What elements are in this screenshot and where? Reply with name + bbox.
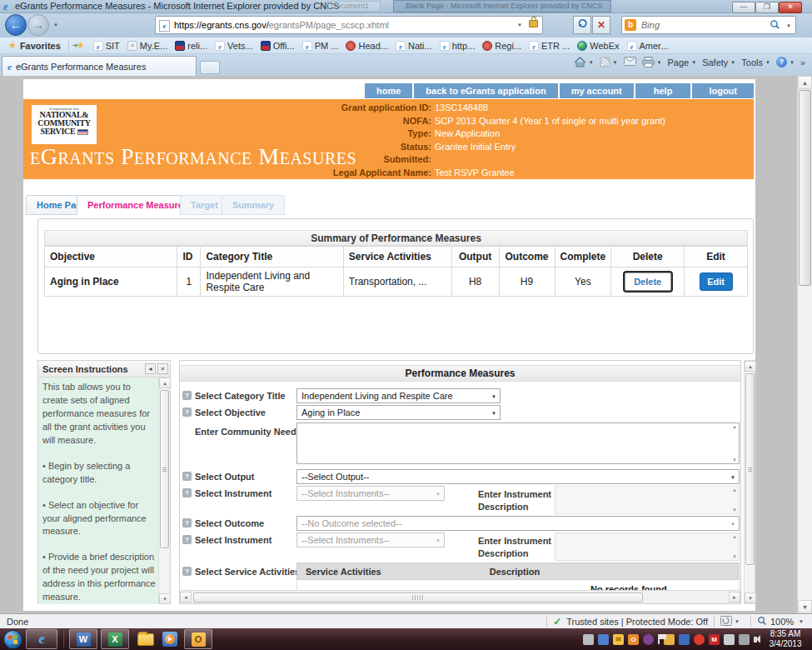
close-panel-icon[interactable]: ✕ bbox=[157, 363, 168, 374]
help-menu[interactable]: ?▼ bbox=[776, 57, 795, 68]
help-tooltip-icon[interactable]: ? bbox=[182, 535, 192, 544]
output-select[interactable]: --Select Output--▼ bbox=[296, 469, 740, 484]
edit-button[interactable]: Edit bbox=[700, 272, 733, 291]
instructions-scrollbar[interactable]: ▲ ▼ bbox=[158, 378, 170, 604]
scroll-down-icon[interactable]: ▼ bbox=[798, 600, 812, 613]
scroll-down-icon[interactable]: ▼ bbox=[745, 592, 756, 603]
taskbar-excel-button[interactable]: X bbox=[101, 629, 129, 649]
browser-tab-egrants[interactable]: e eGrants Performance Measures bbox=[2, 56, 197, 76]
taskbar-explorer-button[interactable] bbox=[137, 633, 154, 646]
favorite-item-etr[interactable]: eETR ... bbox=[529, 41, 570, 51]
scroll-right-icon[interactable]: ► bbox=[729, 592, 740, 602]
delete-button[interactable]: Delete bbox=[625, 272, 671, 291]
read-mail-button[interactable] bbox=[624, 57, 636, 68]
favorite-item-mye[interactable]: ≡My.E... bbox=[127, 41, 167, 51]
tray-o-icon[interactable]: O bbox=[628, 634, 639, 645]
community-need-textarea[interactable]: ▲▼ bbox=[296, 422, 740, 464]
tab-performance-measure[interactable]: Performance Measure bbox=[77, 195, 194, 215]
add-favorite-icon[interactable]: ★➜ bbox=[77, 40, 85, 51]
security-lock-icon[interactable] bbox=[529, 20, 538, 28]
taskbar-media-player-button[interactable] bbox=[162, 632, 177, 647]
taskbar-clock[interactable]: 8:35 AM 3/4/2013 bbox=[764, 629, 807, 649]
form-horizontal-scrollbar[interactable]: ◄ ► bbox=[180, 590, 740, 603]
scroll-left-icon[interactable]: ◄ bbox=[180, 592, 192, 602]
form-vertical-scrollbar[interactable]: ▲ ▼ bbox=[744, 360, 755, 604]
scroll-up-icon[interactable]: ▲ bbox=[745, 361, 756, 372]
favorite-item-webex[interactable]: WebEx bbox=[577, 41, 619, 51]
favorites-label[interactable]: Favorites bbox=[20, 41, 61, 51]
favorite-item-http[interactable]: ehttp... bbox=[440, 41, 476, 51]
zoom-dropdown-icon[interactable]: ▼ bbox=[799, 619, 804, 624]
tools-menu[interactable]: Tools▼ bbox=[741, 58, 770, 68]
scrollbar-thumb[interactable] bbox=[799, 90, 811, 286]
tray-clipboard-icon[interactable] bbox=[724, 634, 735, 645]
scroll-up-icon[interactable]: ▲ bbox=[798, 76, 812, 89]
status-security-text[interactable]: Trusted sites | Protected Mode: Off bbox=[566, 617, 708, 627]
help-tooltip-icon[interactable]: ? bbox=[182, 488, 192, 498]
search-box[interactable]: b Bing ▼ bbox=[621, 16, 796, 34]
scrollbar-thumb[interactable] bbox=[160, 390, 169, 548]
tray-antivirus-icon[interactable] bbox=[694, 634, 705, 645]
tray-volume-icon[interactable] bbox=[754, 637, 757, 642]
help-tooltip-icon[interactable]: ? bbox=[182, 567, 192, 576]
close-button[interactable]: ✕ bbox=[779, 2, 802, 13]
scroll-up-icon[interactable]: ▲ bbox=[159, 378, 171, 388]
zoom-level[interactable]: 100% bbox=[770, 617, 794, 627]
help-tooltip-icon[interactable]: ? bbox=[182, 391, 192, 400]
forward-button[interactable]: → bbox=[27, 14, 49, 36]
new-tab-button[interactable] bbox=[200, 61, 220, 74]
stop-button[interactable]: ✕ bbox=[592, 16, 610, 34]
favorite-item-vets[interactable]: eVets... bbox=[215, 41, 253, 51]
favorite-item-head[interactable]: Head... bbox=[346, 41, 387, 51]
compat-dropdown-icon[interactable]: ▼ bbox=[735, 619, 740, 624]
taskbar-word-button[interactable]: W bbox=[69, 629, 97, 649]
tray-mail-icon[interactable]: ✉ bbox=[613, 634, 624, 645]
help-tooltip-icon[interactable]: ? bbox=[182, 518, 192, 528]
favorite-item-offi[interactable]: Offi... bbox=[261, 41, 295, 51]
collapse-panel-icon[interactable]: ◄ bbox=[145, 363, 156, 374]
start-button[interactable] bbox=[3, 630, 22, 649]
compatibility-view-icon[interactable] bbox=[720, 616, 732, 628]
favorite-item-nati[interactable]: eNati... bbox=[396, 41, 432, 51]
favorite-item-regi[interactable]: Regi... bbox=[482, 41, 521, 51]
home-button[interactable]: ▼ bbox=[574, 57, 594, 68]
nav-help[interactable]: help bbox=[635, 83, 691, 98]
address-dropdown-icon[interactable]: ▼ bbox=[517, 22, 522, 28]
objective-select[interactable]: Aging in Place▼ bbox=[296, 405, 501, 420]
back-button[interactable]: ← bbox=[5, 14, 27, 36]
scrollbar-thumb[interactable] bbox=[193, 592, 643, 602]
tray-printer-icon[interactable] bbox=[583, 634, 594, 645]
search-magnifier-icon[interactable] bbox=[770, 19, 780, 32]
tray-app-icon[interactable] bbox=[598, 634, 609, 645]
favorite-item-reli[interactable]: reli... bbox=[175, 41, 207, 51]
favorite-item-sit[interactable]: eSIT bbox=[93, 41, 120, 51]
nav-back-to-egrants[interactable]: back to eGrants application bbox=[414, 83, 557, 98]
tray-display-icon[interactable] bbox=[739, 634, 750, 645]
history-dropdown-icon[interactable]: ▼ bbox=[53, 22, 58, 28]
help-tooltip-icon[interactable]: ? bbox=[182, 408, 192, 417]
nav-home[interactable]: home bbox=[365, 83, 412, 98]
search-dropdown-icon[interactable]: ▼ bbox=[786, 23, 791, 28]
favorite-item-amer[interactable]: eAmer... bbox=[627, 41, 669, 51]
taskbar-ie-button[interactable]: e bbox=[26, 629, 57, 649]
favorite-item-pm[interactable]: ePM ... bbox=[302, 41, 339, 51]
scrollbar-thumb[interactable] bbox=[745, 373, 755, 565]
tray-flag-icon[interactable] bbox=[658, 634, 660, 644]
refresh-button[interactable] bbox=[573, 16, 591, 34]
address-field[interactable]: e https://egrants.cns.gov/egrantsPM/page… bbox=[155, 16, 543, 34]
nav-my-account[interactable]: my account bbox=[560, 83, 634, 98]
category-title-select[interactable]: Independent Living and Respite Care▼ bbox=[296, 388, 501, 403]
outcome-select[interactable]: --No Outcome selected--▼ bbox=[296, 516, 740, 531]
chevron-more-icon[interactable]: » bbox=[800, 58, 805, 68]
taskbar-outlook-button[interactable]: O bbox=[184, 629, 212, 649]
tray-mcafee-icon[interactable]: M bbox=[709, 634, 720, 645]
scroll-down-icon[interactable]: ▼ bbox=[159, 593, 171, 604]
browser-scrollbar[interactable]: ▲ ▼ bbox=[797, 76, 812, 613]
minimize-button[interactable]: — bbox=[732, 2, 755, 13]
print-button[interactable]: ▼ bbox=[642, 57, 662, 68]
tray-network-app-icon[interactable] bbox=[679, 634, 690, 645]
feeds-button[interactable]: ▼ bbox=[600, 57, 618, 68]
help-tooltip-icon[interactable]: ? bbox=[182, 472, 192, 481]
nav-logout[interactable]: logout bbox=[692, 83, 754, 98]
page-menu[interactable]: Page▼ bbox=[667, 58, 696, 68]
